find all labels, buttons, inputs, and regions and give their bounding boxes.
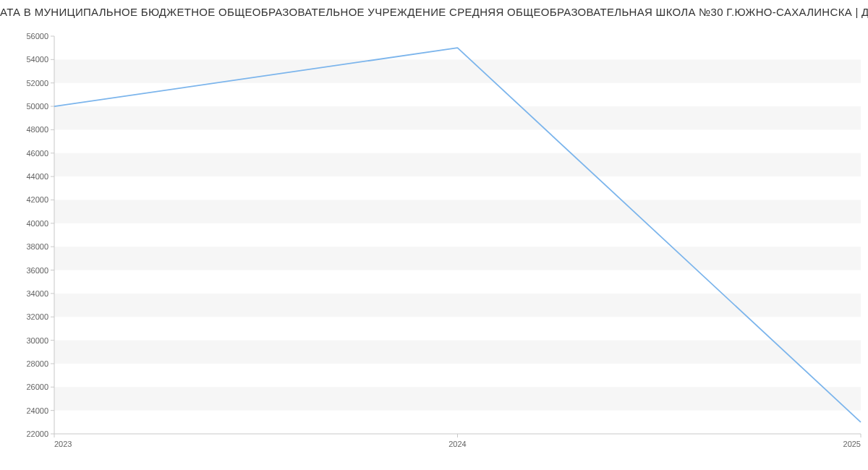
y-tick-label: 26000 (26, 383, 48, 391)
y-tick-label: 38000 (26, 242, 48, 251)
y-tick-label: 32000 (26, 312, 48, 321)
y-tick-label: 34000 (26, 289, 48, 298)
y-tick-label: 54000 (26, 55, 48, 64)
grid-band (54, 106, 861, 129)
grid-band (54, 387, 861, 410)
y-tick-label: 42000 (26, 195, 48, 204)
grid-band (54, 200, 861, 223)
x-tick-label: 2025 (843, 440, 861, 448)
y-tick-label: 44000 (26, 172, 48, 181)
y-tick-label: 24000 (26, 406, 48, 415)
grid-band (54, 247, 861, 270)
grid-band (54, 153, 861, 176)
grid-band (54, 341, 861, 364)
grid-band (54, 59, 861, 82)
x-tick-label: 2024 (448, 440, 466, 448)
x-tick-label: 2023 (54, 440, 72, 448)
y-tick-label: 28000 (26, 359, 48, 368)
y-tick-label: 46000 (26, 149, 48, 158)
y-tick-label: 50000 (26, 102, 48, 111)
line-chart: 2200024000260002800030000320003400036000… (0, 0, 868, 470)
grid-band (54, 294, 861, 317)
y-tick-label: 30000 (26, 336, 48, 345)
y-tick-label: 56000 (26, 32, 48, 40)
data-series-line (54, 48, 861, 422)
y-tick-label: 40000 (26, 219, 48, 228)
y-tick-label: 36000 (26, 266, 48, 275)
y-tick-label: 52000 (26, 79, 48, 87)
y-tick-label: 22000 (26, 430, 48, 438)
y-tick-label: 48000 (26, 125, 48, 134)
